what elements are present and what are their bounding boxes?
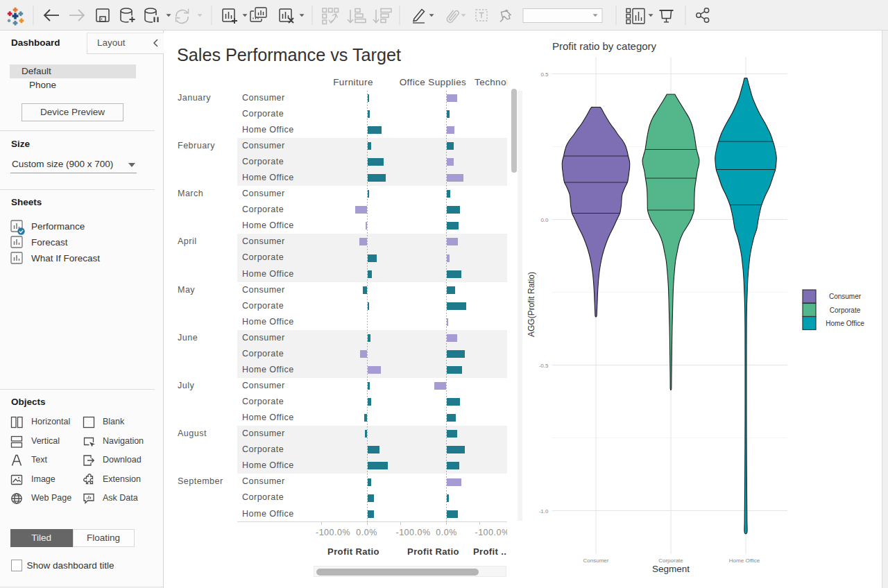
svg-text:AGG(Profit Ratio): AGG(Profit Ratio) [527,272,536,337]
svg-text:-1.0: -1.0 [539,508,549,514]
svg-text:Home Office: Home Office [729,557,760,564]
svg-text:Corporate: Corporate [830,306,861,314]
svg-text:Profit ratio by category: Profit ratio by category [552,40,657,52]
svg-text:Consumer: Consumer [583,557,609,564]
svg-text:Consumer: Consumer [829,293,862,300]
svg-text:Home Office: Home Office [826,320,864,327]
svg-text:0.5: 0.5 [540,71,549,78]
svg-text:Segment: Segment [652,564,690,574]
svg-text:-0.5: -0.5 [539,363,549,369]
svg-text:0.0: 0.0 [540,217,549,223]
